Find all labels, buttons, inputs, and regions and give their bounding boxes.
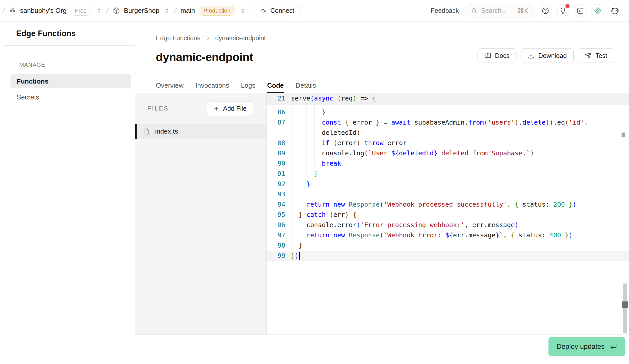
shell: Edge Functions MANAGE FunctionsSecrets E…: [0, 22, 629, 364]
code-text: }: [291, 240, 629, 251]
terminal-button[interactable]: [574, 4, 587, 17]
help-button[interactable]: [539, 4, 552, 17]
tab-overview[interactable]: Overview: [156, 82, 184, 93]
download-icon: [527, 52, 535, 59]
code-line-92[interactable]: 92 }: [267, 179, 629, 189]
code-text: if (error) throw error: [291, 138, 629, 148]
terminal-icon: [576, 7, 584, 15]
navbar-icon-buttons: [539, 4, 622, 17]
download-button[interactable]: Download: [521, 48, 574, 63]
org-selector-chevrons-icon[interactable]: [96, 7, 102, 15]
deploy-bar: Deploy updates: [135, 335, 629, 364]
line-number: 98: [267, 240, 285, 251]
file-icon: [143, 128, 150, 135]
code-line-87[interactable]: 87 const { error } = await supabaseAdmin…: [267, 117, 629, 128]
add-file-button[interactable]: Add File: [207, 102, 253, 116]
tab-logs[interactable]: Logs: [241, 82, 255, 93]
line-number: 89: [267, 148, 285, 158]
line-number: 95: [267, 210, 285, 220]
notification-dot: [565, 4, 570, 8]
code-line-98[interactable]: 98 }: [267, 240, 629, 251]
code-line-97[interactable]: 97 return new Response(`Webhook Error: $…: [267, 230, 629, 240]
project-selector-chevrons-icon[interactable]: [164, 7, 170, 15]
file-item-index.ts[interactable]: index.ts: [135, 124, 266, 139]
code-line-86[interactable]: 86 }: [267, 107, 629, 117]
project-switcher[interactable]: BurgerShop: [113, 7, 159, 15]
line-number: 87: [267, 117, 285, 128]
code-text: break: [291, 158, 629, 169]
overview-cursor-decoration: [622, 301, 628, 308]
breadcrumb: Edge Functions dynamic-endpoint: [156, 22, 614, 42]
code-text: deletedId): [291, 128, 629, 138]
line-number: 21: [267, 93, 285, 104]
code-line-96[interactable]: 96 console.error('Error processing webho…: [267, 220, 629, 230]
org-name[interactable]: sanbuphy's Org: [20, 7, 66, 15]
avatar: [610, 6, 620, 16]
connect-label: Connect: [270, 7, 294, 14]
enter-icon: [609, 342, 617, 351]
breadcrumb-slash: /: [174, 6, 177, 15]
docs-button[interactable]: Docs: [477, 48, 516, 63]
chevron-right-icon: [205, 35, 211, 41]
download-label: Download: [538, 52, 567, 59]
branch-name[interactable]: main: [180, 7, 195, 15]
code-text: return new Response(`Webhook Error: ${er…: [291, 230, 629, 240]
main-area: Edge Functions dynamic-endpoint dynamic-…: [135, 22, 629, 364]
deploy-updates-button[interactable]: Deploy updates: [549, 337, 625, 356]
page-header: Edge Functions dynamic-endpoint dynamic-…: [135, 22, 629, 93]
breadcrumb-slash: /: [106, 6, 109, 15]
code-text: const { error } = await supabaseAdmin.fr…: [291, 117, 629, 128]
test-button[interactable]: Test: [578, 48, 614, 63]
branch-selector-chevrons-icon[interactable]: [239, 7, 246, 15]
sidebar-title: Edge Functions: [3, 22, 135, 46]
add-file-label: Add File: [223, 105, 247, 112]
code-line-95[interactable]: 95 } catch (err) {: [267, 210, 629, 220]
line-number: 86: [267, 107, 285, 117]
avatar[interactable]: [608, 4, 622, 17]
code-line-21[interactable]: 21serve(async (req) => {: [267, 93, 376, 104]
sidebar: Edge Functions MANAGE FunctionsSecrets: [3, 22, 135, 364]
line-number: 91: [267, 169, 285, 179]
code-line-88[interactable]: 88 if (error) throw error: [267, 138, 629, 148]
tab-invocations[interactable]: Invocations: [195, 82, 229, 93]
changelog-button[interactable]: [591, 4, 604, 17]
code-line-93[interactable]: 93: [267, 189, 629, 199]
tab-details[interactable]: Details: [296, 82, 316, 93]
connect-button[interactable]: Connect: [254, 5, 301, 17]
breadcrumb-parent[interactable]: Edge Functions: [156, 34, 200, 42]
project-name[interactable]: BurgerShop: [124, 7, 159, 15]
code-line-89[interactable]: 89 console.log(`User ${deletedId} delete…: [267, 148, 629, 158]
plus-icon: [213, 106, 219, 112]
navbar-breadcrumbs: / sanbuphy's Org Free / BurgerShop: [3, 5, 301, 17]
sidebar-items: FunctionsSecrets: [3, 74, 135, 106]
code-line-91[interactable]: 91 }: [267, 169, 629, 179]
code-line-94[interactable]: 94 return new Response('Webhook processe…: [267, 199, 629, 210]
tab-code[interactable]: Code: [267, 82, 284, 93]
sidebar-item-functions[interactable]: Functions: [11, 74, 131, 88]
plan-badge: Free: [70, 6, 92, 16]
line-number: 97: [267, 230, 285, 240]
code-editor[interactable]: 21serve(async (req) => { 86 }87 const { …: [267, 93, 629, 335]
line-number: 88: [267, 138, 285, 148]
code-lines: 86 }87 const { error } = await supabaseA…: [267, 107, 629, 261]
code-line-90[interactable]: 90 break: [267, 158, 629, 169]
sidebar-item-secrets[interactable]: Secrets: [11, 90, 131, 104]
notifications-icon: [559, 7, 567, 15]
search-input[interactable]: Search... ⌘K: [465, 4, 534, 17]
code-line-99[interactable]: 99}): [267, 251, 629, 261]
org-switcher[interactable]: sanbuphy's Org Free: [9, 6, 92, 16]
feedback-link[interactable]: Feedback: [431, 7, 459, 14]
docs-label: Docs: [495, 52, 510, 59]
page-actions: DocsDownloadTest: [477, 48, 614, 64]
file-list: index.ts: [135, 124, 266, 139]
test-label: Test: [595, 52, 607, 59]
branch-switcher[interactable]: main Production: [180, 6, 235, 16]
code-text: }): [291, 251, 629, 261]
package-icon: [113, 7, 120, 15]
line-number: 96: [267, 220, 285, 230]
navbar-right: Feedback Search... ⌘K: [431, 4, 622, 17]
notifications-button[interactable]: [556, 4, 570, 17]
line-number: [267, 128, 285, 138]
editor-scrollbar[interactable]: [623, 284, 627, 333]
code-line-wrap[interactable]: deletedId): [267, 128, 629, 138]
